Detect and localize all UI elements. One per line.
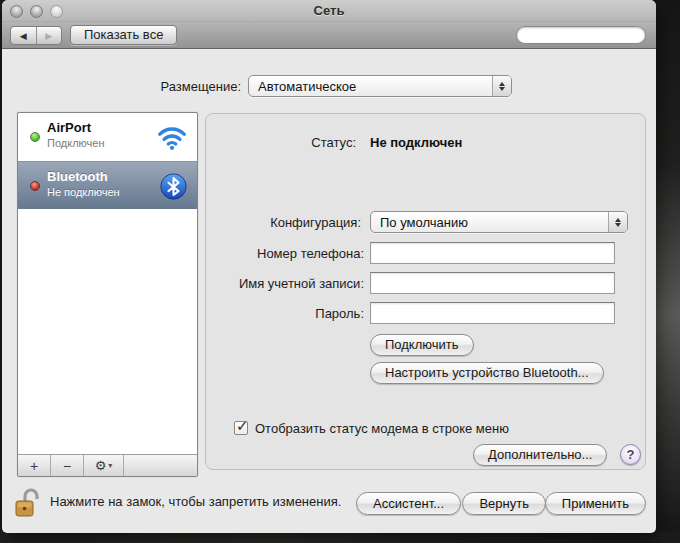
status-value: Не подключен (370, 135, 462, 150)
password-field[interactable] (370, 302, 615, 324)
network-preferences-window: Сеть ◀ ▶ Показать все Размещение: Автома… (2, 0, 656, 533)
window-title: Сеть (2, 3, 656, 18)
service-row-bluetooth[interactable]: Bluetooth Не подключен (18, 161, 197, 209)
password-label: Пароль: (315, 306, 364, 321)
status-label: Статус: (311, 135, 356, 150)
desktop-background-right (654, 0, 680, 543)
service-name: AirPort (47, 120, 91, 135)
configuration-label: Конфигурация: (270, 215, 361, 230)
configuration-value: По умолчанию (380, 215, 603, 230)
forward-button[interactable]: ▶ (37, 27, 62, 44)
service-detail-panel: Статус: Не подключен Конфигурация: По ум… (205, 113, 646, 470)
window-footer: Нажмите на замок, чтобы запретить измене… (2, 473, 656, 533)
show-modem-status-row: ✓ Отобразить статус модема в строке меню (234, 420, 509, 436)
bluetooth-icon (160, 173, 187, 200)
account-name-label: Имя учетной записи: (239, 276, 364, 291)
status-dot-green (30, 132, 40, 142)
help-button[interactable]: ? (620, 444, 641, 465)
forward-icon: ▶ (45, 31, 52, 41)
assistant-button[interactable]: Ассистент... (356, 492, 461, 515)
service-status: Подключен (47, 137, 105, 149)
service-status: Не подключен (47, 186, 120, 198)
show-modem-status-checkbox[interactable]: ✓ (234, 421, 248, 435)
service-row-airport[interactable]: AirPort Подключен (18, 113, 197, 161)
chevron-down-icon: ▾ (108, 462, 112, 470)
unlocked-padlock-icon[interactable] (14, 487, 42, 519)
location-row: Размещение: Автоматическое (2, 75, 656, 97)
stepper-arrows-icon (608, 212, 627, 232)
search-input[interactable] (522, 28, 656, 42)
account-name-field[interactable] (370, 272, 615, 294)
back-button[interactable]: ◀ (11, 27, 37, 44)
back-icon: ◀ (20, 31, 27, 41)
question-mark-icon: ? (627, 447, 635, 462)
checkmark-icon: ✓ (236, 417, 249, 435)
connect-button[interactable]: Подключить (370, 334, 474, 356)
stepper-arrows-icon (492, 76, 511, 96)
configuration-popup[interactable]: По умолчанию (370, 211, 628, 233)
location-label: Размещение: (160, 79, 241, 94)
phone-number-field[interactable] (370, 242, 615, 264)
show-modem-status-label: Отобразить статус модема в строке меню (255, 421, 509, 436)
titlebar[interactable]: Сеть (2, 0, 656, 22)
phone-number-label: Номер телефона: (257, 246, 364, 261)
show-all-button[interactable]: Показать все (70, 25, 177, 45)
setup-bluetooth-button[interactable]: Настроить устройство Bluetooth... (370, 362, 604, 384)
navigation-buttons: ◀ ▶ (10, 26, 62, 45)
gear-icon: ⚙ (95, 459, 107, 472)
service-name: Bluetooth (47, 169, 108, 184)
search-field[interactable] (516, 26, 646, 44)
revert-button[interactable]: Вернуть (462, 492, 546, 515)
advanced-button[interactable]: Дополнительно... (473, 444, 607, 466)
status-dot-red (30, 181, 40, 191)
location-popup[interactable]: Автоматическое (248, 75, 512, 97)
location-value: Автоматическое (258, 79, 487, 94)
wifi-icon (157, 123, 187, 151)
services-list: AirPort Подключен Bluetooth Не подключен (17, 112, 198, 477)
toolbar: ◀ ▶ Показать все (2, 22, 656, 49)
apply-button[interactable]: Применить (545, 492, 646, 515)
lock-hint-text: Нажмите на замок, чтобы запретить измене… (50, 494, 341, 509)
